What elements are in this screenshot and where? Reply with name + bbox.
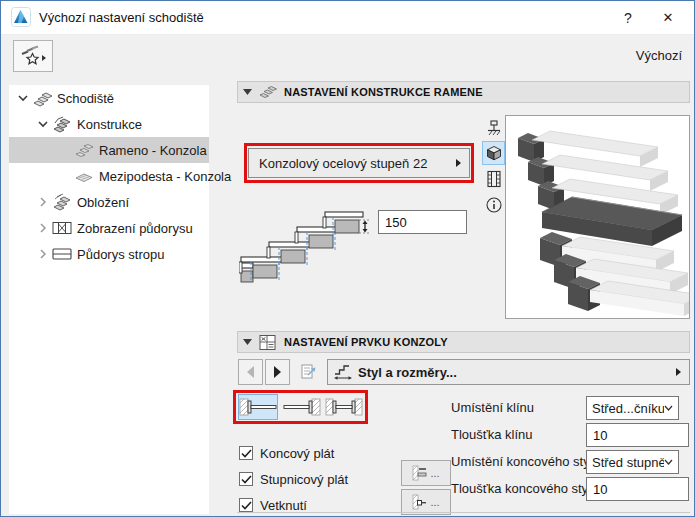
attachment-left-toggle[interactable] bbox=[238, 394, 278, 420]
tree-item-label: Obložení bbox=[77, 195, 129, 210]
tree-item-label: Mezipodesta - Konzola bbox=[99, 169, 231, 184]
support-icon bbox=[485, 118, 503, 136]
chevron-down-icon bbox=[664, 459, 673, 465]
caret-right-icon bbox=[456, 159, 461, 167]
panel-header-flight-structure[interactable]: NASTAVENÍ KONSTRUKCE RAMENE bbox=[237, 81, 690, 103]
end-plate-position-select[interactable]: Střed stupně bbox=[586, 450, 679, 474]
more-label: ... bbox=[430, 467, 439, 479]
archicad-logo-icon bbox=[11, 7, 31, 27]
landing-icon bbox=[73, 167, 95, 185]
info-button[interactable] bbox=[482, 193, 505, 217]
end-plate-thickness-label: Tloušťka koncového sty... bbox=[451, 481, 598, 496]
tread-plate-icon bbox=[412, 465, 427, 481]
end-plate-position-label: Umístění koncového sty... bbox=[451, 454, 600, 469]
support-view-button[interactable] bbox=[482, 115, 505, 139]
tread-plate-checkbox-row[interactable]: Stupnicový plát bbox=[239, 469, 348, 489]
3d-view-button[interactable] bbox=[482, 141, 505, 165]
chevron-right-icon[interactable] bbox=[35, 220, 51, 236]
help-button[interactable]: ? bbox=[614, 1, 642, 34]
chevron-right-icon[interactable] bbox=[35, 246, 51, 262]
cube-icon bbox=[486, 145, 502, 161]
ceiling-plan-icon bbox=[51, 245, 73, 263]
stairs-icon bbox=[256, 85, 280, 99]
tree-item-label: Konstrukce bbox=[77, 117, 142, 132]
tree-item-konstrukce[interactable]: Konstrukce bbox=[9, 111, 209, 137]
favorites-button[interactable] bbox=[13, 40, 53, 72]
chevron-down-icon[interactable] bbox=[35, 116, 51, 132]
chevron-right-icon[interactable] bbox=[35, 194, 51, 210]
chevron-down-icon[interactable] bbox=[15, 90, 31, 106]
tread-plate-settings-button[interactable]: ... bbox=[401, 460, 451, 486]
tree-item-zobrazeni-pudorysu[interactable]: Zobrazení půdorysu bbox=[9, 215, 209, 241]
close-button[interactable]: ✕ bbox=[650, 1, 686, 34]
end-plate-checkbox-row[interactable]: Koncový plát bbox=[239, 443, 334, 463]
console-component-selector[interactable]: Konzolový ocelový stupeň 22 bbox=[248, 148, 470, 178]
stair-height-diagram bbox=[239, 199, 369, 283]
attachment-both-icon bbox=[325, 398, 363, 416]
selected-component-label: Konzolový ocelový stupeň 22 bbox=[249, 156, 456, 171]
style-selector-label: Styl a rozměry... bbox=[358, 365, 676, 380]
title-bar: Výchozí nastavení schodiště ? ✕ bbox=[1, 1, 694, 35]
default-label: Výchozí bbox=[636, 48, 682, 63]
tree-item-mezipodesta-konzola[interactable]: Mezipodesta - Konzola bbox=[9, 163, 209, 189]
wedge-thickness-input[interactable] bbox=[586, 423, 689, 447]
select-value: Střed...čníku bbox=[587, 401, 664, 416]
section-view-button[interactable] bbox=[482, 167, 505, 191]
attachment-right-icon bbox=[283, 398, 321, 416]
collapse-arrow-icon[interactable] bbox=[238, 339, 256, 345]
info-icon bbox=[485, 196, 503, 214]
transfer-settings-button[interactable] bbox=[295, 359, 321, 385]
attachment-right-toggle[interactable] bbox=[282, 394, 322, 420]
film-strip-icon bbox=[486, 170, 502, 188]
style-and-dimensions-selector[interactable]: Styl a rozměry... bbox=[327, 359, 690, 385]
checkbox-checked-icon[interactable] bbox=[239, 498, 253, 512]
collapse-arrow-icon[interactable] bbox=[238, 89, 256, 95]
stairs-icon bbox=[31, 89, 53, 107]
floorplan-display-icon bbox=[51, 219, 73, 237]
wedge-thickness-label: Tloušťka klínu bbox=[451, 427, 532, 442]
tree-item-rameno-konzola[interactable]: Rameno - Konzola bbox=[9, 137, 209, 163]
checkbox-label: Vetknutí bbox=[260, 498, 307, 513]
structure-icon bbox=[51, 115, 73, 133]
arrow-left-icon bbox=[247, 366, 254, 378]
element-settings-icon bbox=[256, 334, 280, 351]
tree-item-label: Půdorys stropu bbox=[77, 247, 164, 262]
stairs-dimension-icon bbox=[328, 363, 358, 381]
panel-title: NASTAVENÍ KONSTRUKCE RAMENE bbox=[284, 86, 483, 98]
checkbox-checked-icon[interactable] bbox=[239, 446, 253, 460]
checkbox-checked-icon[interactable] bbox=[239, 472, 253, 486]
panel-title: NASTAVENÍ PRVKU KONZOLY bbox=[284, 336, 448, 348]
transfer-settings-icon bbox=[299, 363, 317, 381]
checkbox-label: Stupnicový plát bbox=[260, 472, 348, 487]
wedge-position-label: Umístění klínu bbox=[451, 400, 534, 415]
attachment-left-icon bbox=[239, 398, 277, 416]
favorites-star-icon bbox=[19, 45, 47, 67]
tree-item-label: Schodiště bbox=[57, 91, 114, 106]
previous-element-button[interactable] bbox=[238, 359, 263, 385]
attachment-both-toggle[interactable] bbox=[324, 394, 364, 420]
arrow-right-icon bbox=[274, 366, 281, 378]
wedge-position-select[interactable]: Střed...čníku bbox=[586, 396, 679, 420]
tree-item-schodiste[interactable]: Schodiště bbox=[9, 85, 209, 111]
panel-separator bbox=[237, 512, 690, 513]
more-label: ... bbox=[430, 496, 439, 508]
flight-icon bbox=[73, 141, 95, 159]
end-plate-thickness-input[interactable] bbox=[586, 477, 689, 501]
tree-item-label: Zobrazení půdorysu bbox=[77, 221, 193, 236]
dialog-title: Výchozí nastavení schodiště bbox=[39, 10, 204, 25]
next-element-button[interactable] bbox=[265, 359, 290, 385]
checkbox-label: Koncový plát bbox=[260, 446, 334, 461]
finish-icon bbox=[51, 193, 73, 211]
tree-item-pudorys-stropu[interactable]: Půdorys stropu bbox=[9, 241, 209, 267]
tree-item-label: Rameno - Konzola bbox=[99, 143, 207, 158]
dialog-toolbar: Výchozí bbox=[1, 35, 694, 77]
console-height-input[interactable] bbox=[378, 210, 467, 234]
select-value: Střed stupně bbox=[587, 455, 664, 470]
tree-item-oblozeni[interactable]: Obložení bbox=[9, 189, 209, 215]
panel-header-console-element[interactable]: NASTAVENÍ PRVKU KONZOLY bbox=[237, 331, 690, 353]
fixing-icon bbox=[412, 494, 427, 510]
stair-settings-dialog: Výchozí nastavení schodiště ? ✕ Výchozí bbox=[0, 0, 695, 517]
settings-tree: Schodiště Konstrukce bbox=[9, 85, 209, 514]
3d-preview[interactable] bbox=[505, 115, 690, 319]
chevron-down-icon bbox=[664, 405, 673, 411]
